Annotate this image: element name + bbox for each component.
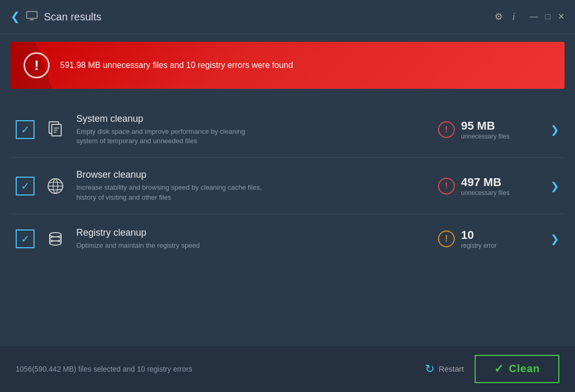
system-stat-info: 95 MB unnecessary files [461,119,510,140]
browser-cleanup-details: Browser cleanup Increase stability and b… [76,169,430,202]
check-icon: ✓ [21,180,30,192]
restart-button[interactable]: ↻ Restart [425,362,464,376]
registry-cleanup-details: Registry cleanup Optimize and maintain t… [76,227,430,250]
system-cleanup-desc: Empty disk space and improve performance… [76,127,264,146]
settings-icon[interactable]: ⚙ [494,11,503,22]
maximize-button[interactable]: □ [545,13,550,21]
system-cleanup-icon [42,117,68,143]
footer-actions: ↻ Restart ✓ Clean [425,355,559,383]
browser-warning-icon: ! [438,178,455,194]
clean-check-icon: ✓ [494,362,504,376]
restart-label: Restart [439,364,464,373]
registry-cleanup-stats: ! 10 registry error [438,228,543,249]
browser-cleanup-chevron[interactable]: ❯ [550,180,559,192]
registry-cleanup-checkbox[interactable]: ✓ [16,229,34,248]
restart-icon: ↻ [425,362,434,376]
browser-cleanup-row: ✓ Browser cleanup Increase stability and… [10,158,565,214]
registry-stat-info: 10 registry error [461,228,497,249]
svg-rect-0 [27,11,37,18]
browser-cleanup-stats: ! 497 MB unnecessary files [438,176,543,197]
browser-stat-value: 497 MB [461,176,510,189]
registry-cleanup-row: ✓ Registry cleanup Optimize and maintain… [10,214,565,263]
footer-status: 1056(590.442 MB) files selected and 10 r… [16,365,425,373]
registry-warning-icon: ! [438,230,455,247]
svg-point-13 [50,237,61,241]
titlebar-left: ❮ Scan results [10,10,494,24]
browser-cleanup-icon [42,173,68,199]
system-cleanup-stats: ! 95 MB unnecessary files [438,119,543,140]
alert-banner: ! 591.98 MB unnecessary files and 10 reg… [10,42,565,89]
alert-message: 591.98 MB unnecessary files and 10 regis… [60,61,293,70]
footer: 1056(590.442 MB) files selected and 10 r… [0,345,575,392]
browser-cleanup-desc: Increase stability and browsing speed by… [76,183,264,202]
system-cleanup-checkbox[interactable]: ✓ [16,120,34,139]
registry-stat-label: registry error [461,242,497,249]
registry-cleanup-chevron[interactable]: ❯ [550,233,559,245]
registry-cleanup-title: Registry cleanup [76,227,430,238]
svg-point-10 [50,233,61,237]
system-cleanup-details: System cleanup Empty disk space and impr… [76,113,430,146]
registry-stat-value: 10 [461,228,497,242]
clean-button[interactable]: ✓ Clean [475,355,559,383]
clean-label: Clean [509,363,540,375]
minimize-button[interactable]: — [530,13,538,21]
info-icon[interactable]: i [512,11,515,22]
browser-stat-info: 497 MB unnecessary files [461,176,510,197]
system-stat-value: 95 MB [461,119,510,133]
close-button[interactable]: ✕ [558,13,565,21]
content-area: ✓ System cleanup Empty disk space and im… [0,97,575,269]
svg-point-16 [50,241,61,245]
system-cleanup-title: System cleanup [76,113,430,124]
page-title: Scan results [44,11,101,23]
titlebar: ❮ Scan results ⚙ i — □ ✕ [0,0,575,34]
system-warning-icon: ! [438,121,455,138]
system-cleanup-chevron[interactable]: ❯ [550,123,559,136]
back-button[interactable]: ❮ [10,10,20,24]
titlebar-controls: ⚙ i — □ ✕ [494,11,565,22]
monitor-icon [26,11,38,23]
registry-cleanup-desc: Optimize and maintain the registry speed [76,241,264,250]
check-icon: ✓ [21,123,30,136]
system-stat-label: unnecessary files [461,133,510,140]
browser-stat-label: unnecessary files [461,189,510,197]
browser-cleanup-title: Browser cleanup [76,169,430,180]
window-controls: — □ ✕ [530,13,565,21]
system-cleanup-row: ✓ System cleanup Empty disk space and im… [10,102,565,158]
check-icon: ✓ [21,233,30,245]
alert-icon: ! [24,52,50,78]
browser-cleanup-checkbox[interactable]: ✓ [16,177,34,195]
registry-cleanup-icon [42,226,68,252]
